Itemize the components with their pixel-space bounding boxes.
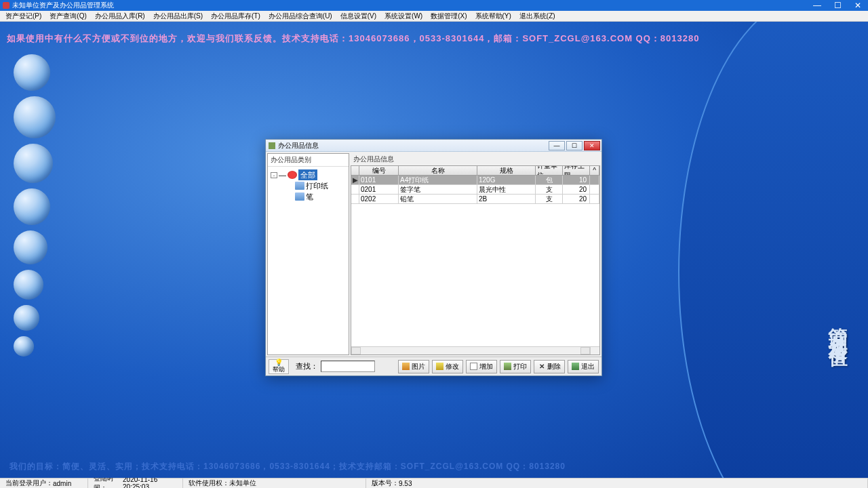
- folder-icon: [295, 192, 304, 201]
- dialog-title: 办公用品信息: [278, 141, 319, 150]
- search-input[interactable]: [321, 361, 375, 372]
- menu-item[interactable]: 办公用品入库(R): [92, 12, 148, 21]
- status-login: 登陆时间：2020-11-16 20:25:03: [88, 479, 183, 488]
- tree-root[interactable]: - — 全部: [269, 169, 347, 180]
- window-title: 未知单位资产及办公用品管理系统: [12, 1, 114, 10]
- table-row[interactable]: 0202铅笔2B支20: [351, 195, 599, 204]
- edit-button[interactable]: 修改: [432, 360, 463, 373]
- edit-icon: [436, 363, 443, 370]
- grid-header: 编号 名称 规格 计量单位 库存上限 ^: [351, 166, 599, 176]
- menu-item[interactable]: 系统帮助(Y): [473, 12, 514, 21]
- add-button[interactable]: 增加: [466, 360, 497, 373]
- search-label: 查找：: [296, 361, 318, 371]
- window-titlebar: 未知单位资产及办公用品管理系统 — ☐ ✕: [0, 0, 868, 11]
- menu-item[interactable]: 资产登记(P): [3, 12, 44, 21]
- status-license: 软件使用权：未知单位: [183, 479, 366, 488]
- decorative-curve: [678, 22, 868, 478]
- top-banner: 如果使用中有什么不方便或不到位的地方，欢迎与我们联系反馈。技术支持电话：1304…: [7, 33, 699, 45]
- dialog-titlebar[interactable]: 办公用品信息 — ☐ ✕: [266, 140, 601, 152]
- bulb-icon: 💡: [275, 359, 283, 365]
- category-header: 办公用品类别: [268, 154, 349, 167]
- category-panel: 办公用品类别 - — 全部 打印纸 笔: [267, 153, 349, 355]
- dialog-close-button[interactable]: ✕: [584, 141, 600, 150]
- status-version: 版本号：9.53: [366, 479, 868, 488]
- category-tree: - — 全部 打印纸 笔: [268, 167, 349, 205]
- help-button[interactable]: 💡 帮助: [269, 359, 289, 374]
- exit-icon: [572, 363, 579, 370]
- folder-icon: [295, 182, 304, 190]
- print-button[interactable]: 打印: [500, 360, 531, 373]
- tree-collapse-icon[interactable]: -: [271, 172, 277, 178]
- menu-item[interactable]: 办公用品出库(S): [151, 12, 205, 21]
- workspace: 如果使用中有什么不方便或不到位的地方，欢迎与我们联系反馈。技术支持电话：1304…: [0, 22, 868, 478]
- delete-button[interactable]: ✕删除: [534, 360, 565, 373]
- grid-hscroll[interactable]: [351, 346, 599, 354]
- status-user: 当前登录用户：admin: [0, 479, 88, 488]
- delete-icon: ✕: [538, 363, 545, 370]
- decorative-balls: [14, 54, 56, 362]
- picture-button[interactable]: 图片: [398, 360, 429, 373]
- dialog-maximize-button[interactable]: ☐: [566, 141, 583, 150]
- dialog-icon: [269, 142, 275, 149]
- tree-item-pen[interactable]: 笔: [269, 191, 347, 202]
- info-panel: 办公用品信息 编号 名称 规格 计量单位 库存上限 ^ ▶0101A4打印纸12…: [351, 153, 600, 355]
- table-row[interactable]: ▶0101A4打印纸120G包10: [351, 176, 599, 185]
- print-icon: [504, 363, 511, 370]
- minimize-button[interactable]: —: [807, 0, 827, 11]
- slogan: 管理创造价值: [825, 313, 850, 338]
- statusbar: 当前登录用户：admin 登陆时间：2020-11-16 20:25:03 软件…: [0, 478, 868, 488]
- menu-item[interactable]: 系统设置(W): [382, 12, 425, 21]
- data-grid[interactable]: 编号 名称 规格 计量单位 库存上限 ^ ▶0101A4打印纸120G包1002…: [351, 165, 600, 355]
- menu-item[interactable]: 数据管理(X): [428, 12, 469, 21]
- maximize-button[interactable]: ☐: [827, 0, 848, 11]
- menu-item[interactable]: 退出系统(Z): [517, 12, 558, 21]
- info-header: 办公用品信息: [351, 153, 600, 165]
- exit-button[interactable]: 退出: [568, 360, 599, 373]
- dialog-toolbar: 💡 帮助 查找： 图片 修改 增加 打印 ✕删除 退出: [266, 357, 601, 375]
- tree-item-paper[interactable]: 打印纸: [269, 180, 347, 191]
- tree-root-label: 全部: [298, 169, 317, 180]
- menu-item[interactable]: 办公用品库存(T): [208, 12, 263, 21]
- menu-item[interactable]: 信息设置(V): [338, 12, 379, 21]
- dialog-minimize-button[interactable]: —: [549, 141, 565, 150]
- menu-item[interactable]: 办公用品综合查询(U): [266, 12, 335, 21]
- add-icon: [470, 363, 477, 370]
- globe-icon: [288, 171, 297, 179]
- table-row[interactable]: 0201签字笔晨光中性支20: [351, 185, 599, 195]
- office-supplies-dialog: 办公用品信息 — ☐ ✕ 办公用品类别 - — 全部 打印纸: [265, 139, 602, 376]
- menu-item[interactable]: 资产查询(Q): [47, 12, 89, 21]
- app-icon: [3, 2, 9, 9]
- picture-icon: [402, 363, 410, 370]
- menubar: 资产登记(P)资产查询(Q)办公用品入库(R)办公用品出库(S)办公用品库存(T…: [0, 11, 868, 22]
- bottom-banner: 我们的目标：简便、灵活、实用；技术支持电话：13046073686，0533-8…: [9, 461, 566, 472]
- close-button[interactable]: ✕: [848, 0, 868, 11]
